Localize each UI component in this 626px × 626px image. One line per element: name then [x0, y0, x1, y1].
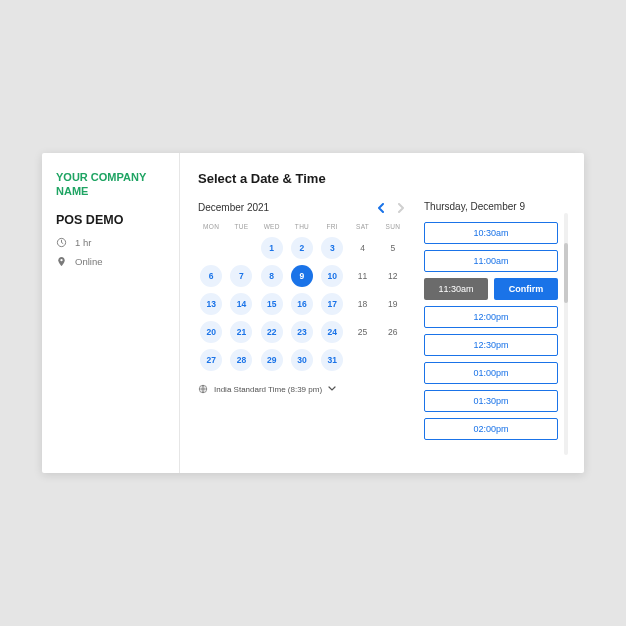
main: Select a Date & Time December 2021 MONTU… — [180, 153, 584, 473]
calendar-day[interactable]: 27 — [200, 349, 222, 371]
calendar-day[interactable]: 10 — [321, 265, 343, 287]
calendar-day[interactable]: 30 — [291, 349, 313, 371]
calendar-day[interactable]: 22 — [261, 321, 283, 343]
calendar-column: Select a Date & Time December 2021 MONTU… — [198, 171, 406, 459]
calendar-day: 26 — [382, 321, 404, 343]
globe-icon — [198, 384, 208, 394]
calendar-day[interactable]: 21 — [230, 321, 252, 343]
calendar-day[interactable]: 31 — [321, 349, 343, 371]
calendar-cell: 29 — [259, 348, 285, 372]
dow-label: FRI — [319, 223, 345, 230]
calendar-cell: 20 — [198, 320, 224, 344]
calendar-day[interactable]: 28 — [230, 349, 252, 371]
calendar-header: December 2021 — [198, 202, 406, 213]
chevron-left-icon — [377, 203, 385, 213]
calendar-day: 12 — [382, 265, 404, 287]
scrollbar[interactable] — [564, 213, 568, 455]
time-slot[interactable]: 01:00pm — [424, 362, 558, 384]
calendar-cell: 12 — [380, 264, 406, 288]
calendar-day[interactable]: 24 — [321, 321, 343, 343]
calendar-cell: 23 — [289, 320, 315, 344]
calendar-cell — [380, 348, 406, 372]
calendar-day: 5 — [382, 237, 404, 259]
pin-icon — [56, 256, 67, 267]
day-of-week-header: MONTUEWEDTHUFRISATSUN — [198, 223, 406, 230]
scrollbar-thumb[interactable] — [564, 243, 568, 303]
calendar-cell: 19 — [380, 292, 406, 316]
calendar-cell: 24 — [319, 320, 345, 344]
calendar-cell: 27 — [198, 348, 224, 372]
location-text: Online — [75, 256, 102, 267]
calendar-cell: 28 — [228, 348, 254, 372]
calendar-day: 25 — [352, 321, 374, 343]
sidebar: YOUR COMPANY NAME POS DEMO 1 hr Online — [42, 153, 180, 473]
calendar-day[interactable]: 2 — [291, 237, 313, 259]
calendar-day[interactable]: 9 — [291, 265, 313, 287]
calendar-cell: 22 — [259, 320, 285, 344]
calendar-cell: 14 — [228, 292, 254, 316]
calendar-day: 11 — [352, 265, 374, 287]
calendar-day[interactable]: 23 — [291, 321, 313, 343]
calendar-day[interactable]: 3 — [321, 237, 343, 259]
booking-window: YOUR COMPANY NAME POS DEMO 1 hr Online S… — [42, 153, 584, 473]
calendar-cell: 3 — [319, 236, 345, 260]
dow-label: MON — [198, 223, 224, 230]
next-month-button[interactable] — [396, 203, 406, 213]
calendar-cell: 7 — [228, 264, 254, 288]
time-slot[interactable]: 02:00pm — [424, 418, 558, 440]
calendar-day[interactable]: 16 — [291, 293, 313, 315]
calendar-day[interactable]: 20 — [200, 321, 222, 343]
time-slot[interactable]: 01:30pm — [424, 390, 558, 412]
calendar-cell: 9 — [289, 264, 315, 288]
calendar-day[interactable]: 7 — [230, 265, 252, 287]
calendar-cell — [349, 348, 375, 372]
location-row: Online — [56, 256, 165, 267]
chevron-right-icon — [397, 203, 405, 213]
dow-label: THU — [289, 223, 315, 230]
calendar-cell: 6 — [198, 264, 224, 288]
calendar-day[interactable]: 13 — [200, 293, 222, 315]
calendar-cell: 15 — [259, 292, 285, 316]
timezone-selector[interactable]: India Standard Time (8:39 pm) — [198, 384, 406, 394]
calendar-day[interactable]: 1 — [261, 237, 283, 259]
calendar-cell: 1 — [259, 236, 285, 260]
dow-label: SUN — [380, 223, 406, 230]
time-slot[interactable]: 11:00am — [424, 250, 558, 272]
selected-time: 11:30am — [424, 278, 488, 300]
calendar-cell: 21 — [228, 320, 254, 344]
calendar-cell — [228, 236, 254, 260]
prev-month-button[interactable] — [376, 203, 386, 213]
calendar-cell — [198, 236, 224, 260]
svg-point-1 — [60, 258, 62, 260]
time-slot[interactable]: 12:00pm — [424, 306, 558, 328]
calendar-grid: 1234567891011121314151617181920212223242… — [198, 236, 406, 372]
calendar-cell: 13 — [198, 292, 224, 316]
time-slot[interactable]: 10:30am — [424, 222, 558, 244]
calendar-cell: 5 — [380, 236, 406, 260]
calendar-cell: 31 — [319, 348, 345, 372]
company-name: YOUR COMPANY NAME — [56, 171, 165, 199]
calendar-day[interactable]: 17 — [321, 293, 343, 315]
calendar-day: 18 — [352, 293, 374, 315]
calendar-cell: 2 — [289, 236, 315, 260]
calendar-cell: 8 — [259, 264, 285, 288]
confirm-button[interactable]: Confirm — [494, 278, 558, 300]
timezone-label: India Standard Time (8:39 pm) — [214, 385, 322, 394]
time-slot[interactable]: 12:30pm — [424, 334, 558, 356]
calendar-cell: 17 — [319, 292, 345, 316]
calendar-day: 4 — [352, 237, 374, 259]
calendar-cell: 26 — [380, 320, 406, 344]
calendar-day[interactable]: 29 — [261, 349, 283, 371]
calendar-day[interactable]: 14 — [230, 293, 252, 315]
calendar-cell: 10 — [319, 264, 345, 288]
calendar-day[interactable]: 8 — [261, 265, 283, 287]
calendar-cell: 25 — [349, 320, 375, 344]
dow-label: TUE — [228, 223, 254, 230]
duration-text: 1 hr — [75, 237, 91, 248]
selected-slot-row: 11:30amConfirm — [424, 278, 558, 300]
calendar-cell: 4 — [349, 236, 375, 260]
calendar-cell: 11 — [349, 264, 375, 288]
event-title: POS DEMO — [56, 213, 165, 227]
calendar-day[interactable]: 15 — [261, 293, 283, 315]
calendar-day[interactable]: 6 — [200, 265, 222, 287]
